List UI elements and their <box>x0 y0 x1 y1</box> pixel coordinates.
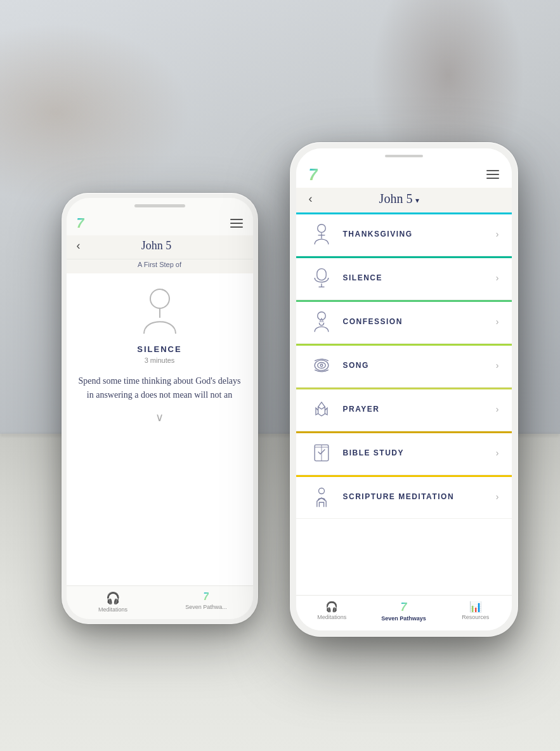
hamburger-line-2 <box>230 223 243 224</box>
phone-front-screen: 7 ‹ John 5 ▾ <box>296 148 512 630</box>
front-nav-bar: ‹ John 5 ▾ <box>296 188 512 212</box>
pathway-bible-study[interactable]: BIBLE STUDY › <box>296 431 512 475</box>
back-content-text: Spend some time thinking about God's del… <box>77 374 243 403</box>
front-tab-resources[interactable]: 📊 Resources <box>440 601 511 622</box>
prayer-label: PRAYER <box>343 405 496 414</box>
back-nav-bar: ‹ John 5 <box>67 235 253 259</box>
back-app-header: 7 <box>67 211 253 235</box>
front-menu-button[interactable] <box>486 170 499 179</box>
bible-study-chevron: › <box>496 448 499 458</box>
front-tab-seven-label: Seven Pathways <box>381 615 426 622</box>
pathway-silence-icon <box>310 266 333 289</box>
thanksgiving-icon-box <box>309 221 334 247</box>
front-hamburger-line-1 <box>486 170 499 171</box>
thanksgiving-label: THANKSGIVING <box>343 230 496 238</box>
back-button[interactable]: ‹ <box>77 239 81 252</box>
svg-point-11 <box>318 488 324 494</box>
hamburger-line-3 <box>230 226 243 228</box>
front-dropdown-arrow[interactable]: ▾ <box>415 196 419 205</box>
back-nav-title: John 5 <box>86 239 228 252</box>
bible-study-label: BIBLE STUDY <box>343 448 496 457</box>
silence-icon-box <box>309 265 334 291</box>
svg-point-8 <box>317 363 325 369</box>
front-nav-title: John 5 ▾ <box>318 192 481 206</box>
svg-point-7 <box>315 360 329 370</box>
prayer-icon <box>310 398 333 421</box>
back-chevron-down[interactable]: ∨ <box>155 410 164 424</box>
svg-rect-3 <box>316 269 325 280</box>
back-menu-button[interactable] <box>230 219 243 228</box>
front-pathway-list: THANKSGIVING › SILENCE › <box>296 212 512 595</box>
svg-point-9 <box>320 364 323 367</box>
front-tab-bar: 🎧 Meditations 7 Seven Pathways 📊 Resourc… <box>296 595 512 630</box>
front-logo: 7 <box>309 166 318 183</box>
back-tab-seven-pathways[interactable]: 7 Seven Pathwa... <box>160 591 253 613</box>
front-tab-meditations-label: Meditations <box>317 614 346 620</box>
pathway-thanksgiving[interactable]: THANKSGIVING › <box>296 212 512 256</box>
bible-study-icon <box>310 441 333 464</box>
song-icon-box <box>309 353 334 378</box>
front-nav-title-text: John 5 <box>379 192 413 206</box>
front-seven-numeral: 7 <box>309 166 318 183</box>
front-tab-seven-pathways[interactable]: 7 Seven Pathways <box>368 601 440 622</box>
confession-icon-box <box>309 309 334 334</box>
back-logo: 7 <box>77 216 84 230</box>
front-notch-pill <box>385 155 423 157</box>
front-hamburger-line-2 <box>486 174 499 175</box>
thanksgiving-icon <box>310 223 333 245</box>
svg-point-2 <box>317 225 325 233</box>
confession-chevron: › <box>496 317 499 327</box>
back-tab-meditations-label: Meditations <box>98 606 127 613</box>
hamburger-line-1 <box>230 219 243 220</box>
front-hamburger-line-3 <box>486 178 499 179</box>
back-notch <box>67 198 253 211</box>
silence-chevron: › <box>496 273 499 283</box>
pathway-prayer[interactable]: PRAYER › <box>296 388 512 431</box>
back-headphones-icon: 🎧 <box>106 591 120 605</box>
pathway-song[interactable]: SONG › <box>296 344 512 388</box>
pathway-silence[interactable]: SILENCE › <box>296 256 512 300</box>
phone-front: 7 ‹ John 5 ▾ <box>290 142 518 637</box>
silence-icon <box>138 286 182 337</box>
scripture-icon-box <box>309 484 334 509</box>
song-chevron: › <box>496 360 499 370</box>
svg-rect-0 <box>150 289 169 308</box>
phone-back: 7 ‹ John 5 A First Step of <box>62 193 258 624</box>
phones-container: 7 ‹ John 5 A First Step of <box>42 142 518 713</box>
thanksgiving-chevron: › <box>496 229 499 239</box>
back-seven-tab-icon: 7 <box>204 591 209 603</box>
back-section-title: SILENCE <box>137 344 181 354</box>
front-seven-tab-icon: 7 <box>400 601 407 614</box>
confession-label: CONFESSION <box>343 317 496 326</box>
front-back-button[interactable]: ‹ <box>309 192 313 206</box>
back-tab-bar: 🎧 Meditations 7 Seven Pathwa... <box>67 585 253 619</box>
scripture-label: SCRIPTURE MEDITATION <box>343 492 496 501</box>
pathway-scripture[interactable]: SCRIPTURE MEDITATION › <box>296 475 512 519</box>
pathway-confession[interactable]: CONFESSION › <box>296 300 512 344</box>
scripture-chevron: › <box>496 492 499 502</box>
back-section-meta: 3 minutes <box>145 356 175 364</box>
bible-study-icon-box <box>309 440 334 466</box>
silence-label: SILENCE <box>343 273 496 282</box>
phone-back-screen: 7 ‹ John 5 A First Step of <box>67 198 253 619</box>
notch-pill <box>134 204 185 207</box>
prayer-icon-box <box>309 396 334 422</box>
front-tab-meditations[interactable]: 🎧 Meditations <box>296 601 368 622</box>
back-content: SILENCE 3 minutes Spend some time thinki… <box>67 273 253 585</box>
back-nav-subtitle: A First Step of <box>67 259 253 273</box>
prayer-chevron: › <box>496 404 499 414</box>
front-tab-resources-label: Resources <box>462 614 489 620</box>
front-bar-chart-icon: 📊 <box>469 601 482 613</box>
song-label: SONG <box>343 361 496 370</box>
front-app-header: 7 <box>296 161 512 188</box>
front-headphones-icon: 🎧 <box>325 601 338 613</box>
back-seven-numeral: 7 <box>77 216 84 230</box>
confession-icon <box>310 310 333 333</box>
song-icon <box>310 354 333 377</box>
back-tab-seven-label: Seven Pathwa... <box>185 604 227 610</box>
back-tab-meditations[interactable]: 🎧 Meditations <box>67 591 160 613</box>
scripture-icon <box>310 485 333 508</box>
front-notch <box>296 148 512 161</box>
